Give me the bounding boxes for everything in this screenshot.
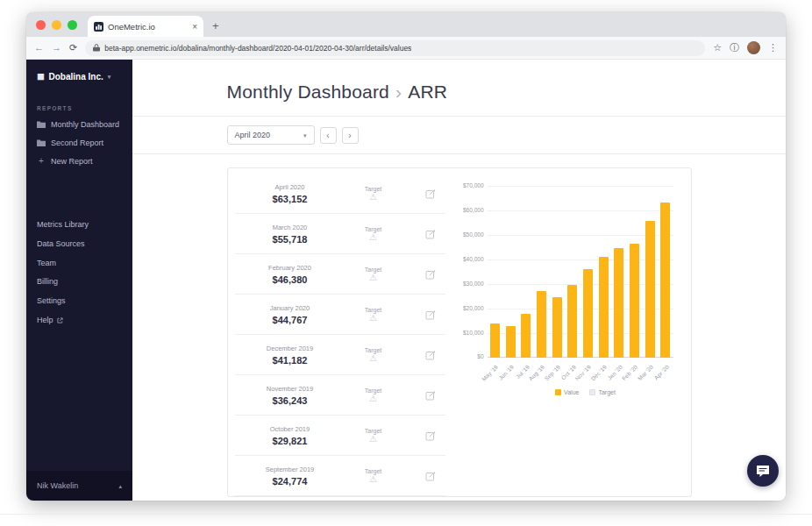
period-value: April 2020 xyxy=(235,131,271,139)
row-value: $41,182 xyxy=(239,355,342,366)
nav-label: Team xyxy=(37,259,56,269)
table-row: February 2020 $46,380 Target ⚠ xyxy=(235,254,445,295)
annotation-icon[interactable] xyxy=(425,430,442,441)
sidebar-item-settings[interactable]: Settings xyxy=(26,292,132,311)
metric-detail-card: April 2020 $63,152 Target ⚠ March 2020 $… xyxy=(227,167,692,497)
sidebar-reports-list: Monthly DashboardSecond Report xyxy=(26,116,132,153)
chevron-down-icon: ▾ xyxy=(303,132,307,139)
warning-icon: ⚠ xyxy=(342,274,405,282)
prev-month-button[interactable]: ‹ xyxy=(320,127,337,144)
row-value: $55,718 xyxy=(239,234,342,245)
annotation-icon[interactable] xyxy=(425,188,442,199)
sidebar-item-new-report[interactable]: + New Report xyxy=(26,153,132,171)
y-axis-label: $70,000 xyxy=(447,182,484,188)
bar-value[interactable] xyxy=(521,314,531,358)
annotation-icon[interactable] xyxy=(425,309,442,320)
y-axis-label: $0 xyxy=(447,353,484,359)
bar-value[interactable] xyxy=(614,248,623,358)
bar-value[interactable] xyxy=(552,297,562,358)
chat-widget-button[interactable] xyxy=(747,455,779,487)
row-month-label: December 2019 xyxy=(239,345,342,352)
warning-icon: ⚠ xyxy=(342,193,405,202)
org-name: Dobalina Inc. xyxy=(49,72,103,82)
main-content: Monthly Dashboard›ARR April 2020 ▾ ‹ › A… xyxy=(132,60,786,501)
warning-icon: ⚠ xyxy=(342,394,405,403)
bar-value[interactable] xyxy=(630,244,639,358)
refresh-icon[interactable]: ⟳ xyxy=(69,43,77,53)
period-dropdown[interactable]: April 2020 ▾ xyxy=(227,125,315,145)
y-axis-label: $50,000 xyxy=(447,231,484,238)
page-header: Monthly Dashboard›ARR xyxy=(132,60,786,117)
row-value: $24,774 xyxy=(239,476,342,487)
bar-value[interactable] xyxy=(537,291,546,358)
user-menu[interactable]: Nik Wakelin ▴ xyxy=(26,471,132,501)
annotation-icon[interactable] xyxy=(425,390,442,401)
new-report-label: New Report xyxy=(51,157,93,167)
row-target-label: Target xyxy=(342,307,405,313)
row-month-label: September 2019 xyxy=(239,466,342,473)
row-target-label: Target xyxy=(342,468,405,474)
back-icon[interactable]: ← xyxy=(34,43,44,53)
org-switcher[interactable]: ▦ Dobalina Inc. ▾ xyxy=(26,60,132,92)
user-name: Nik Wakelin xyxy=(37,481,78,490)
folder-icon xyxy=(37,121,46,128)
sidebar-item-metrics-library[interactable]: Metrics Library xyxy=(26,216,132,235)
next-month-button[interactable]: › xyxy=(342,127,359,144)
folder-icon xyxy=(37,139,46,146)
tab-close-icon[interactable]: × xyxy=(192,22,197,32)
plus-icon: + xyxy=(37,157,46,166)
value-swatch-icon xyxy=(555,389,561,395)
info-icon[interactable]: ⓘ xyxy=(730,43,739,53)
sidebar-item-help[interactable]: Help xyxy=(26,311,132,331)
sidebar-item-data-sources[interactable]: Data Sources xyxy=(26,235,132,254)
minimize-button[interactable] xyxy=(52,20,61,30)
table-row: September 2019 $24,774 Target ⚠ xyxy=(235,456,445,496)
warning-icon: ⚠ xyxy=(342,475,405,484)
chart-panel: $0$10,000$20,000$30,000$40,000$50,000$60… xyxy=(445,168,691,496)
sidebar: ▦ Dobalina Inc. ▾ REPORTS Monthly Dashbo… xyxy=(26,60,132,501)
y-axis-label: $30,000 xyxy=(447,281,484,287)
row-value: $63,152 xyxy=(239,194,342,204)
browser-tab[interactable]: OneMetric.io × xyxy=(88,16,203,37)
org-logo-icon: ▦ xyxy=(37,73,45,81)
zoom-button[interactable] xyxy=(68,20,77,30)
warning-icon: ⚠ xyxy=(342,233,405,242)
bar-value[interactable] xyxy=(583,269,593,358)
annotation-icon[interactable] xyxy=(425,350,442,360)
nav-label: Metrics Library xyxy=(37,220,89,231)
bar-value[interactable] xyxy=(660,203,670,358)
bookmark-star-icon[interactable]: ☆ xyxy=(713,43,722,53)
sidebar-item-billing[interactable]: Billing xyxy=(26,273,132,292)
annotation-icon[interactable] xyxy=(425,269,442,280)
annotation-icon[interactable] xyxy=(425,229,442,239)
forward-icon[interactable]: → xyxy=(52,43,61,53)
lock-icon xyxy=(93,44,100,52)
row-value: $36,243 xyxy=(239,395,342,406)
browser-menu-icon[interactable]: ⋮ xyxy=(768,43,778,53)
row-month-label: October 2019 xyxy=(239,425,342,433)
site-favicon-icon xyxy=(94,22,103,32)
row-target-label: Target xyxy=(342,226,405,232)
bar-value[interactable] xyxy=(506,326,516,358)
sidebar-item-report[interactable]: Second Report xyxy=(26,134,132,153)
bar-value[interactable] xyxy=(567,285,577,358)
url-bar[interactable]: beta-app.onemetric.io/dobalina/monthly-d… xyxy=(85,40,705,56)
sidebar-item-team[interactable]: Team xyxy=(26,254,132,274)
bar-value[interactable] xyxy=(599,257,609,358)
chart-plot: $0$10,000$20,000$30,000$40,000$50,000$60… xyxy=(488,186,673,358)
app-page: ▦ Dobalina Inc. ▾ REPORTS Monthly Dashbo… xyxy=(26,60,786,501)
new-tab-button[interactable]: + xyxy=(212,20,219,32)
profile-avatar[interactable] xyxy=(747,41,760,54)
row-value: $44,767 xyxy=(239,315,342,325)
table-row: October 2019 $29,821 Target ⚠ xyxy=(235,416,445,456)
bar-value[interactable] xyxy=(490,323,500,358)
annotation-icon[interactable] xyxy=(425,471,442,481)
gridline xyxy=(488,210,673,211)
sidebar-item-report[interactable]: Monthly Dashboard xyxy=(26,116,132,134)
row-target-label: Target xyxy=(342,428,405,434)
bar-value[interactable] xyxy=(645,221,655,358)
row-month-label: March 2020 xyxy=(239,224,342,231)
warning-icon: ⚠ xyxy=(342,314,405,323)
page-title: Monthly Dashboard›ARR xyxy=(227,82,692,103)
close-button[interactable] xyxy=(36,20,46,30)
